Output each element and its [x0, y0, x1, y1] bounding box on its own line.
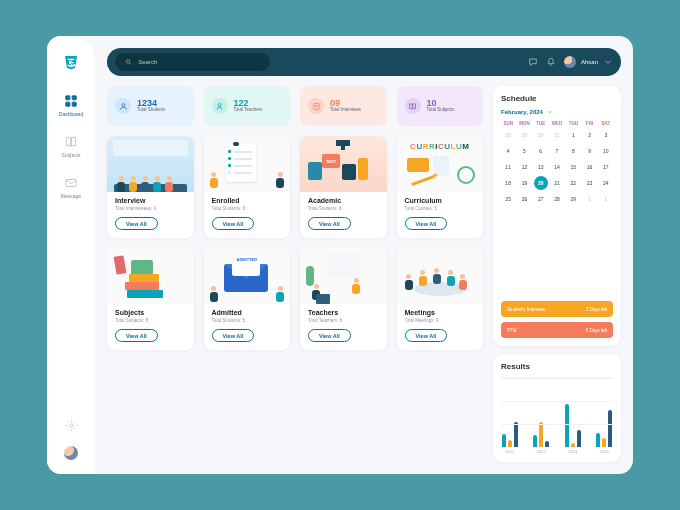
calendar-day[interactable]: 18 [501, 176, 515, 190]
user-name: Ahsan [581, 59, 598, 65]
view-all-button[interactable]: View All [212, 217, 255, 230]
main: Ahsan 1234 Total Students [95, 36, 633, 474]
bar [577, 430, 581, 447]
nav-dashboard[interactable]: Dashboard [52, 90, 90, 121]
mail-icon [64, 176, 78, 190]
calendar-dow: SAT [599, 121, 613, 126]
x-axis-label: 2023 [564, 449, 582, 454]
topbar: Ahsan [107, 48, 621, 76]
stat-label: Total Teachers [234, 108, 263, 113]
calendar-day[interactable]: 23 [583, 176, 597, 190]
gear-icon [65, 419, 78, 432]
calendar-day[interactable]: 7 [550, 144, 564, 158]
nav-settings[interactable] [52, 415, 90, 436]
x-axis-label: 2024 [596, 449, 614, 454]
view-all-button[interactable]: View All [115, 217, 158, 230]
calendar-day[interactable]: 13 [534, 160, 548, 174]
calendar-day[interactable]: 2 [583, 128, 597, 142]
calendar-day[interactable]: 12 [517, 160, 531, 174]
card-subjects: Subjects Total Subjects: 8 View All [107, 248, 194, 350]
view-all-button[interactable]: View All [115, 329, 158, 342]
card-subtitle: Total Students: 8 [308, 206, 379, 211]
bar-group [596, 410, 614, 447]
view-all-button[interactable]: View All [405, 329, 448, 342]
calendar-day[interactable]: 14 [550, 160, 564, 174]
card-subtitle: Total Teachers: 8 [308, 318, 379, 323]
user-menu[interactable]: Ahsan [564, 56, 613, 68]
calendar-day[interactable]: 11 [501, 160, 515, 174]
calendar-grid: SUNMONTUEWEDTHUFRISAT2829303112345678910… [501, 121, 613, 206]
calendar-month-selector[interactable]: February, 2024 [501, 109, 613, 115]
calendar-day[interactable]: 27 [534, 192, 548, 206]
calendar-day[interactable]: 31 [550, 128, 564, 142]
card-image [107, 248, 194, 304]
calendar-day[interactable]: 6 [534, 144, 548, 158]
card-image [204, 136, 291, 192]
sidebar-avatar[interactable] [64, 446, 78, 460]
calendar-day[interactable]: 8 [566, 144, 580, 158]
calendar-day[interactable]: 5 [517, 144, 531, 158]
calendar-day[interactable]: 9 [583, 144, 597, 158]
card-title: Admitted [212, 309, 283, 316]
bar [565, 404, 569, 447]
card-academic: TEST Academic Total Students: 8 View All [300, 136, 387, 238]
calendar-day[interactable]: 17 [599, 160, 613, 174]
calendar-day[interactable]: 29 [517, 128, 531, 142]
view-all-button[interactable]: View All [308, 329, 351, 342]
nav-label: Message [61, 193, 81, 199]
calendar-day[interactable]: 26 [517, 192, 531, 206]
calendar-day[interactable]: 16 [583, 160, 597, 174]
calendar-day[interactable]: 4 [501, 144, 515, 158]
svg-rect-0 [66, 96, 70, 100]
bell-icon[interactable] [546, 57, 556, 67]
bar [502, 434, 506, 447]
view-all-button[interactable]: View All [212, 329, 255, 342]
card-interview: Interview Total Interviewees: 9 View All [107, 136, 194, 238]
calendar-day[interactable]: 28 [550, 192, 564, 206]
calendar-day[interactable]: 24 [599, 176, 613, 190]
svg-rect-2 [66, 102, 70, 106]
schedule-event[interactable]: Student's Interview 3 Days left [501, 301, 613, 317]
stat-label: Total Interviews [330, 108, 361, 113]
book-icon [64, 135, 78, 149]
search-input[interactable] [138, 59, 260, 65]
students-icon [115, 98, 131, 114]
calendar-day[interactable]: 19 [517, 176, 531, 190]
calendar-day[interactable]: 28 [501, 128, 515, 142]
calendar-day[interactable]: 1 [583, 192, 597, 206]
sidebar: Dashboard Subjects Message [47, 36, 95, 474]
calendar-day[interactable]: 29 [566, 192, 580, 206]
view-all-button[interactable]: View All [405, 217, 448, 230]
nav-label: Dashboard [59, 111, 83, 117]
nav-subjects[interactable]: Subjects [52, 131, 90, 162]
calendar-day[interactable]: 1 [566, 128, 580, 142]
card-teachers: Teachers Total Teachers: 8 View All [300, 248, 387, 350]
schedule-event[interactable]: PTM 5 Days left [501, 322, 613, 338]
calendar-day[interactable]: 20 [534, 176, 548, 190]
chat-icon[interactable] [528, 57, 538, 67]
chevron-down-icon [547, 109, 553, 115]
stats-row: 1234 Total Students 122 Total Teachers [107, 86, 483, 126]
view-all-button[interactable]: View All [308, 217, 351, 230]
stat-label: Total Students [137, 108, 166, 113]
calendar-day[interactable]: 30 [534, 128, 548, 142]
stat-total-subjects: 10 Total Subjects [397, 86, 484, 126]
card-subtitle: Total Subjects: 8 [115, 318, 186, 323]
search-box[interactable] [115, 53, 270, 71]
stat-label: Total Subjects [427, 108, 455, 113]
right-column: Schedule February, 2024 SUNMONTUEWEDTHUF… [493, 86, 621, 462]
content: 1234 Total Students 122 Total Teachers [95, 86, 633, 474]
calendar-day[interactable]: 2 [599, 192, 613, 206]
calendar-day[interactable]: 15 [566, 160, 580, 174]
nav-message[interactable]: Message [52, 172, 90, 203]
svg-line-7 [130, 63, 132, 65]
calendar-day[interactable]: 21 [550, 176, 564, 190]
calendar-day[interactable]: 3 [599, 128, 613, 142]
calendar-day[interactable]: 25 [501, 192, 515, 206]
calendar-day[interactable]: 22 [566, 176, 580, 190]
card-image: TEST [300, 136, 387, 192]
card-subtitle: Total Students: 5 [212, 318, 283, 323]
calendar-dow: MON [517, 121, 531, 126]
bar [508, 440, 512, 447]
calendar-day[interactable]: 10 [599, 144, 613, 158]
